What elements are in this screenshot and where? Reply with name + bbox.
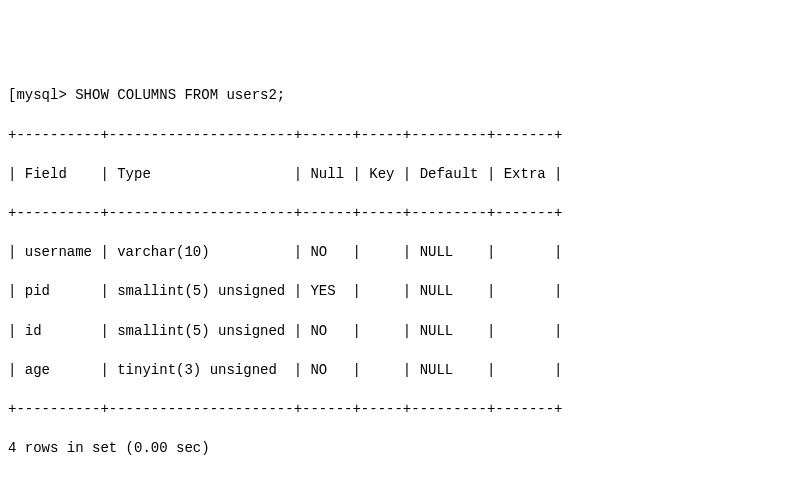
table-header: | Field | Type | Null | Key | Default | … xyxy=(8,165,798,185)
table-border: +----------+----------------------+-----… xyxy=(8,204,798,224)
table-row: | id | smallint(5) unsigned | NO | | NUL… xyxy=(8,322,798,342)
mysql-prompt: [mysql> xyxy=(8,87,67,103)
table-row: | pid | smallint(5) unsigned | YES | | N… xyxy=(8,282,798,302)
blank-line xyxy=(8,478,798,498)
table-row: | age | tinyint(3) unsigned | NO | | NUL… xyxy=(8,361,798,381)
table-border: +----------+----------------------+-----… xyxy=(8,126,798,146)
prompt-line-1[interactable]: [mysql> SHOW COLUMNS FROM users2; xyxy=(8,86,798,106)
table-border: +----------+----------------------+-----… xyxy=(8,400,798,420)
terminal-output: [mysql> SHOW COLUMNS FROM users2; +-----… xyxy=(8,67,798,500)
result-summary: 4 rows in set (0.00 sec) xyxy=(8,439,798,459)
table-row: | username | varchar(10) | NO | | NULL |… xyxy=(8,243,798,263)
sql-command: SHOW COLUMNS FROM users2; xyxy=(75,87,285,103)
